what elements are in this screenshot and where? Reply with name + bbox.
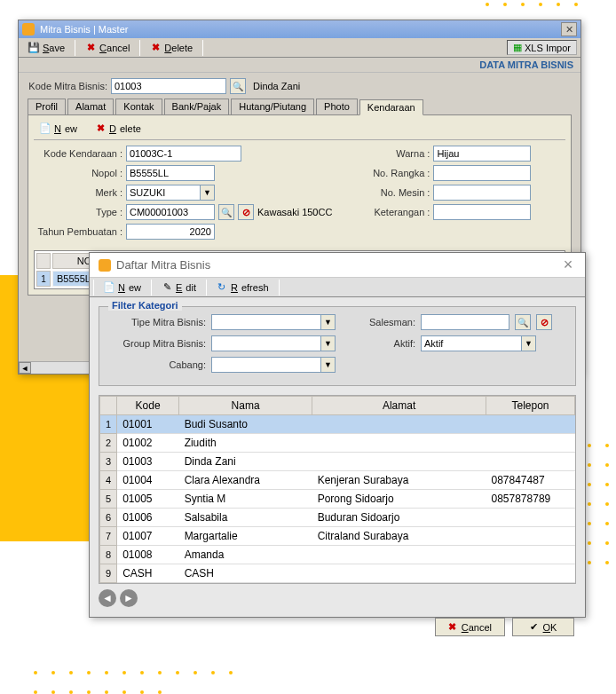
- no-rangka-label: No. Rangka :: [359, 168, 430, 178]
- prev-button[interactable]: ◄: [99, 589, 116, 607]
- grid-row[interactable]: 501005Syntia MPorong Sidoarjo0857878789: [100, 490, 575, 509]
- tab-hutangpiutang[interactable]: Hutang/Piutang: [231, 99, 314, 114]
- salesman-clear-button[interactable]: ⊘: [536, 314, 552, 330]
- chevron-down-icon: ▼: [320, 336, 335, 351]
- tahun-input[interactable]: [126, 224, 215, 240]
- filter-legend: Filter Kategori: [108, 300, 182, 311]
- no-rangka-input[interactable]: [433, 165, 531, 181]
- main-toolbar: 💾Save ✖Cancel ✖Delete ▦XLS Impor: [19, 38, 580, 58]
- decorative-dots: [580, 437, 616, 650]
- dialog-titlebar[interactable]: Daftar Mitra Bisnis ×: [90, 253, 585, 278]
- dlg-cancel-button[interactable]: ✖Cancel: [435, 618, 505, 636]
- chevron-down-icon: ▼: [320, 358, 335, 372]
- aktif-combo[interactable]: Aktif▼: [421, 335, 536, 351]
- warna-input[interactable]: [433, 146, 531, 162]
- col-telepon[interactable]: Telepon: [486, 397, 575, 415]
- chevron-down-icon: ▼: [521, 336, 535, 351]
- tipe-combo[interactable]: ▼: [211, 314, 336, 330]
- tipe-label: Tipe Mitra Bisnis:: [108, 317, 206, 327]
- new-icon: 📄: [104, 282, 115, 293]
- mitra-grid[interactable]: Kode Nama Alamat Telepon 101001Budi Susa…: [99, 395, 576, 584]
- daftar-mitra-dialog: Daftar Mitra Bisnis × 📄New ✎Edit ↻Refres…: [89, 252, 586, 618]
- dlg-new-button[interactable]: 📄New: [98, 280, 147, 296]
- delete-icon: ✖: [150, 43, 161, 53]
- salesman-input[interactable]: [421, 314, 509, 330]
- keterangan-input[interactable]: [433, 204, 531, 220]
- grid-row[interactable]: 201002Ziudith: [100, 434, 575, 453]
- dlg-refresh-button[interactable]: ↻Refresh: [210, 280, 275, 296]
- edit-icon: ✎: [162, 282, 172, 293]
- decorative-dots: [27, 664, 249, 694]
- type-input[interactable]: [126, 204, 215, 220]
- type-lookup-button[interactable]: 🔍: [218, 204, 234, 220]
- close-button[interactable]: ✕: [561, 22, 577, 36]
- tab-profil[interactable]: Profil: [28, 99, 66, 114]
- nopol-label: Nopol :: [34, 168, 122, 178]
- grid-row[interactable]: 801008Amanda: [100, 546, 575, 564]
- delete-icon: ✖: [95, 123, 106, 134]
- next-button[interactable]: ►: [120, 589, 138, 607]
- aktif-label: Aktif:: [362, 338, 415, 349]
- tahun-label: Tahun Pembuatan :: [34, 226, 122, 237]
- keterangan-label: Keterangan :: [359, 207, 430, 217]
- dialog-close-button[interactable]: ×: [560, 258, 576, 272]
- dialog-toolbar: 📄New ✎Edit ↻Refresh: [90, 278, 585, 297]
- salesman-label: Salesman:: [362, 317, 415, 327]
- dlg-edit-button[interactable]: ✎Edit: [155, 280, 202, 296]
- excel-icon: ▦: [513, 42, 522, 53]
- tab-kendaraan[interactable]: Kendaraan: [359, 99, 423, 115]
- grid-row[interactable]: 601006SalsabilaBuduran Sidoarjo: [100, 509, 575, 527]
- grid-row[interactable]: 9CASHCASH: [100, 564, 575, 583]
- new-button[interactable]: 📄New: [34, 121, 83, 137]
- nopol-input[interactable]: [126, 165, 215, 181]
- grid-row[interactable]: 701007MargartalieCitraland Surabaya: [100, 527, 575, 546]
- tab-photo[interactable]: Photo: [316, 99, 358, 114]
- grid-navigation: ◄ ►: [99, 589, 576, 607]
- col-alamat[interactable]: Alamat: [312, 397, 486, 415]
- chevron-down-icon: ▼: [200, 185, 214, 200]
- dlg-ok-button[interactable]: ✔OK: [512, 618, 574, 636]
- grid-row[interactable]: 101001Budi Susanto: [100, 415, 575, 434]
- kode-mitra-name: Dinda Zani: [253, 81, 300, 91]
- titlebar[interactable]: Mitra Bisnis | Master ✕: [19, 20, 580, 38]
- grid-row[interactable]: 301003Dinda Zani: [100, 453, 575, 471]
- group-combo[interactable]: ▼: [211, 335, 336, 351]
- type-desc: Kawasaki 150CC: [257, 207, 332, 217]
- no-mesin-label: No. Mesin :: [359, 187, 430, 198]
- tab-strip: ProfilAlamatKontakBank/PajakHutang/Piuta…: [28, 99, 572, 115]
- no-mesin-input[interactable]: [433, 185, 531, 201]
- tab-alamat[interactable]: Alamat: [67, 99, 114, 114]
- kode-kendaraan-input[interactable]: [126, 146, 241, 162]
- window-title: Mitra Bisnis | Master: [40, 24, 128, 35]
- warna-label: Warna :: [359, 148, 430, 159]
- chevron-down-icon: ▼: [320, 315, 335, 329]
- cabang-combo[interactable]: ▼: [211, 357, 336, 373]
- salesman-lookup-button[interactable]: 🔍: [515, 314, 531, 330]
- type-clear-button[interactable]: ⊘: [238, 204, 254, 220]
- grid-row[interactable]: 401004Clara AlexandraKenjeran Surabaya08…: [100, 471, 575, 490]
- lookup-button[interactable]: 🔍: [230, 78, 246, 94]
- cabang-label: Cabang:: [108, 359, 206, 370]
- cancel-icon: ✖: [448, 621, 456, 633]
- kode-kendaraan-label: Kode Kendaraan :: [34, 148, 122, 159]
- delete-button[interactable]: ✖Delete: [144, 40, 199, 56]
- delete-row-button[interactable]: ✖Delete: [89, 121, 147, 137]
- xls-import-button[interactable]: ▦XLS Impor: [507, 40, 577, 55]
- filter-panel: Filter Kategori Tipe Mitra Bisnis:▼ Grou…: [99, 306, 576, 386]
- merk-combo[interactable]: SUZUKI▼: [126, 185, 215, 201]
- kode-mitra-label: Kode Mitra Bisnis:: [28, 81, 107, 91]
- merk-label: Merk :: [34, 187, 122, 198]
- app-icon: [22, 23, 35, 35]
- save-icon: 💾: [28, 43, 39, 53]
- dialog-title: Daftar Mitra Bisnis: [116, 258, 210, 272]
- col-nama[interactable]: Nama: [179, 397, 312, 415]
- kode-mitra-input[interactable]: [111, 78, 226, 94]
- section-header: DATA MITRA BISNIS: [19, 58, 580, 73]
- check-icon: ✔: [530, 621, 538, 633]
- tab-bankpajak[interactable]: Bank/Pajak: [164, 99, 230, 114]
- col-kode[interactable]: Kode: [117, 397, 179, 415]
- save-button[interactable]: 💾Save: [22, 40, 71, 56]
- cancel-button[interactable]: ✖Cancel: [79, 40, 136, 56]
- scroll-left-button[interactable]: ◄: [19, 362, 31, 374]
- tab-kontak[interactable]: Kontak: [115, 99, 162, 114]
